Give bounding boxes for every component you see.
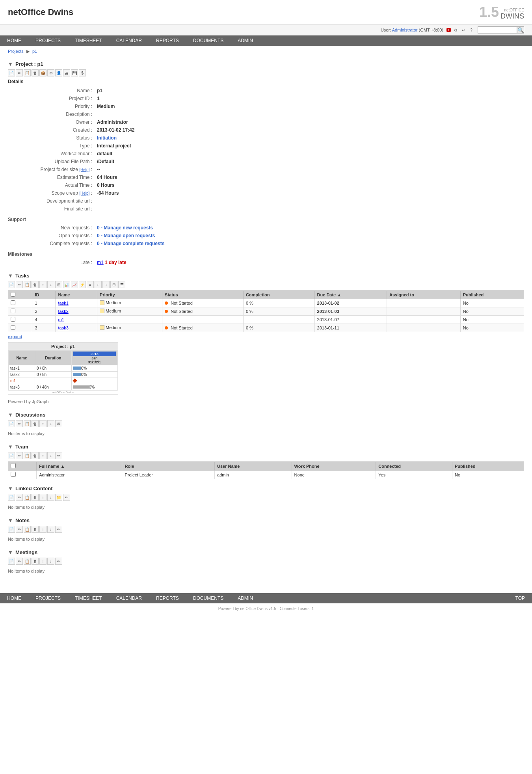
task-name-link[interactable]: task2 [58,309,68,314]
team-icon5[interactable]: ↑ [39,452,47,459]
meetings-copy-icon[interactable]: 📋 [24,558,31,565]
preferences-icon[interactable]: ⚙ [452,27,459,33]
print-icon[interactable]: 🖨 [63,69,70,76]
row-checkbox[interactable] [11,325,15,330]
footer-nav-home[interactable]: HOME [0,593,28,603]
breadcrumb-p1[interactable]: p1 [32,49,37,54]
row-checkbox[interactable] [11,472,16,477]
team-add-icon[interactable]: 📄 [8,452,15,459]
notes-icon6[interactable]: ↓ [47,526,54,533]
user-icon[interactable]: 👤 [55,69,62,76]
team-delete-icon[interactable]: 🗑 [32,452,39,459]
disc-icon7[interactable]: ✉ [55,420,62,427]
export-icon[interactable]: 💾 [71,69,78,76]
nav-admin[interactable]: ADMIN [231,35,260,46]
task-name-link[interactable]: task1 [58,301,68,305]
task-name-link[interactable]: m1 [58,317,64,322]
expand-link[interactable]: expand [8,334,22,339]
status-link[interactable]: Initiation [97,135,117,141]
row-checkbox[interactable] [11,300,15,305]
task-icon5[interactable]: ↑ [39,281,47,288]
task-icon13[interactable]: → [102,281,110,288]
tasks-col-assigned[interactable]: Assigned to [387,291,461,299]
footer-nav-projects[interactable]: PROJECTS [28,593,68,603]
team-select-all[interactable] [11,463,16,468]
footer-nav-top[interactable]: TOP [508,593,532,603]
disc-delete-icon[interactable]: 🗑 [32,420,39,427]
linked-copy-icon[interactable]: 📋 [24,494,31,501]
disc-icon5[interactable]: ↑ [39,420,47,427]
meetings-delete-icon[interactable]: 🗑 [32,558,39,565]
row-checkbox[interactable] [11,309,15,313]
task-icon6[interactable]: ↓ [47,281,54,288]
footer-nav-admin[interactable]: ADMIN [231,593,260,603]
discussions-collapse-arrow[interactable]: ▼ [8,412,13,418]
folder-size-help[interactable]: [Help] [79,167,89,172]
disc-add-icon[interactable]: 📄 [8,420,15,427]
search-button[interactable]: 🔍 [517,26,524,33]
meetings-add-icon[interactable]: 📄 [8,558,15,565]
dollar-icon[interactable]: $ [79,69,86,76]
nav-documents[interactable]: DOCUMENTS [186,35,231,46]
footer-nav-reports[interactable]: REPORTS [149,593,186,603]
task-icon7[interactable]: ⊞ [55,281,62,288]
help-icon[interactable]: ? [468,27,474,33]
task-name-link[interactable]: task3 [58,326,68,330]
meetings-edit-icon[interactable]: ✏ [16,558,23,565]
footer-nav-calendar[interactable]: CALENDAR [109,593,149,603]
search-input[interactable] [478,26,517,33]
tasks-col-priority[interactable]: Priority [97,291,162,299]
team-col-phone[interactable]: Work Phone [292,462,376,471]
meetings-collapse-arrow[interactable]: ▼ [8,549,13,555]
notes-collapse-arrow[interactable]: ▼ [8,517,13,523]
notes-copy-icon[interactable]: 📋 [24,526,31,533]
nav-calendar[interactable]: CALENDAR [109,35,149,46]
tasks-col-due-date[interactable]: Due Date ▲ [314,291,387,299]
user-link[interactable]: Administrator [392,28,418,32]
task-icon11[interactable]: ≡ [87,281,94,288]
task-add-icon[interactable]: 📄 [8,281,15,288]
footer-nav-timesheet[interactable]: TIMESHEET [68,593,109,603]
meetings-icon5[interactable]: ↑ [39,558,47,565]
task-icon10[interactable]: ⚡ [79,281,86,288]
meetings-icon7[interactable]: ✏ [55,558,62,565]
linked-icon6[interactable]: ↓ [47,494,54,501]
linked-icon8[interactable]: ✏ [63,494,70,501]
nav-timesheet[interactable]: TIMESHEET [68,35,109,46]
copy-icon[interactable]: 📋 [24,69,31,76]
tasks-col-completion[interactable]: Completion [243,291,314,299]
disc-copy-icon[interactable]: 📋 [24,420,31,427]
breadcrumb-projects[interactable]: Projects [8,49,24,54]
team-col-username[interactable]: User Name [215,462,292,471]
delete-icon[interactable]: 🗑 [32,69,39,76]
row-checkbox[interactable] [11,317,15,322]
linked-icon7[interactable]: 📁 [55,494,62,501]
tasks-col-name[interactable]: Name [56,291,97,299]
linked-icon5[interactable]: ↑ [39,494,47,501]
new-requests-link[interactable]: 0 - Manage new requests [97,225,153,231]
linked-collapse-arrow[interactable]: ▼ [8,486,13,491]
scope-creep-help[interactable]: [Help] [79,191,89,195]
team-col-fullname[interactable]: Full name ▲ [37,462,122,471]
task-edit-icon[interactable]: ✏ [16,281,23,288]
disc-edit-icon[interactable]: ✏ [16,420,23,427]
add-icon[interactable]: 📄 [8,69,15,76]
team-collapse-arrow[interactable]: ▼ [8,444,13,450]
team-col-connected[interactable]: Connected [376,462,452,471]
disc-icon6[interactable]: ↓ [47,420,54,427]
task-icon15[interactable]: ☰ [118,281,125,288]
notes-icon5[interactable]: ↑ [39,526,47,533]
linked-delete-icon[interactable]: 🗑 [32,494,39,501]
late-milestone-link[interactable]: m1 [97,260,104,265]
settings-icon[interactable]: ⚙ [47,69,54,76]
complete-requests-link[interactable]: 0 - Manage complete requests [97,241,164,246]
task-icon8[interactable]: 📊 [63,281,70,288]
linked-add-icon[interactable]: 📄 [8,494,15,501]
project-collapse-arrow[interactable]: ▼ [8,61,13,67]
tasks-col-published[interactable]: Published [460,291,524,299]
open-requests-link[interactable]: 0 - Manage open requests [97,233,155,238]
nav-home[interactable]: HOME [0,35,28,46]
task-icon12[interactable]: ← [95,281,102,288]
notes-edit-icon[interactable]: ✏ [16,526,23,533]
nav-projects[interactable]: PROJECTS [28,35,68,46]
